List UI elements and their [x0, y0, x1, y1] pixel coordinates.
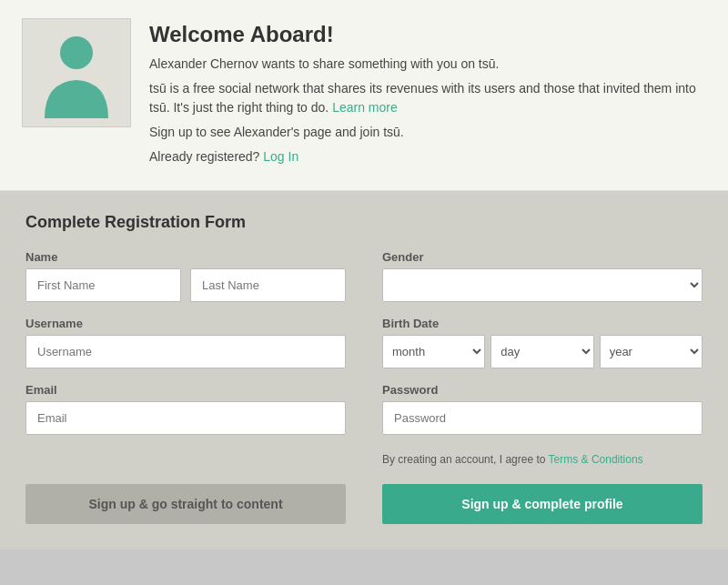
gender-select[interactable]: Male Female Other: [382, 268, 703, 302]
password-input[interactable]: [382, 401, 703, 435]
svg-point-0: [60, 36, 93, 69]
email-label: Email: [25, 383, 346, 397]
signup-content-button[interactable]: Sign up & go straight to content: [25, 484, 346, 524]
birthdate-field-group: Birth Date month JanuaryFebruaryMarch Ap…: [382, 317, 703, 368]
welcome-section: Welcome Aboard! Alexander Chernov wants …: [0, 0, 728, 191]
welcome-line3: Sign up to see Alexander's page and join…: [149, 123, 706, 142]
last-name-input[interactable]: [190, 268, 346, 302]
signup-profile-button[interactable]: Sign up & complete profile: [382, 484, 703, 524]
welcome-text: Welcome Aboard! Alexander Chernov wants …: [149, 18, 706, 172]
email-input[interactable]: [25, 401, 346, 435]
year-select[interactable]: year for(let y=2015;y>=1900;y--) documen…: [600, 335, 703, 368]
login-link[interactable]: Log In: [263, 149, 298, 164]
form-left-column: Name Username Email: [25, 250, 346, 475]
name-label: Name: [25, 250, 346, 264]
username-field-group: Username: [25, 317, 346, 368]
secondary-button-container: Sign up & go straight to content: [25, 484, 346, 524]
avatar: [22, 18, 131, 127]
month-select[interactable]: month JanuaryFebruaryMarch AprilMayJune …: [382, 335, 485, 368]
buttons-row: Sign up & go straight to content Sign up…: [25, 484, 703, 524]
gender-label: Gender: [382, 250, 703, 264]
form-grid: Name Username Email Gender: [25, 250, 703, 475]
birthdate-row: month JanuaryFebruaryMarch AprilMayJune …: [382, 335, 703, 368]
form-right-column: Gender Male Female Other Birth Date mont…: [382, 250, 703, 475]
terms-text: By creating an account, I agree to Terms…: [382, 453, 703, 466]
learn-more-link[interactable]: Learn more: [332, 100, 398, 115]
gender-field-group: Gender Male Female Other: [382, 250, 703, 302]
username-input[interactable]: [25, 335, 346, 368]
first-name-input[interactable]: [25, 268, 181, 302]
name-field-group: Name: [25, 250, 346, 302]
welcome-line1: Alexander Chernov wants to share somethi…: [149, 55, 706, 74]
email-field-group: Email: [25, 383, 346, 435]
username-label: Username: [25, 317, 346, 330]
welcome-line2: tsū is a free social network that shares…: [149, 79, 706, 117]
primary-button-container: Sign up & complete profile: [382, 484, 703, 524]
birthdate-label: Birth Date: [382, 317, 703, 330]
already-registered-text: Already registered? Log In: [149, 147, 706, 166]
password-field-group: Password: [382, 383, 703, 435]
welcome-title: Welcome Aboard!: [149, 22, 706, 47]
day-select[interactable]: day for(let i=1;i<=31;i++) document.writ…: [490, 335, 593, 368]
terms-link[interactable]: Terms & Conditions: [549, 453, 643, 466]
form-title: Complete Registration Form: [25, 213, 703, 232]
name-row: [25, 268, 346, 302]
form-section: Complete Registration Form Name Username…: [0, 191, 728, 550]
password-label: Password: [382, 383, 703, 397]
